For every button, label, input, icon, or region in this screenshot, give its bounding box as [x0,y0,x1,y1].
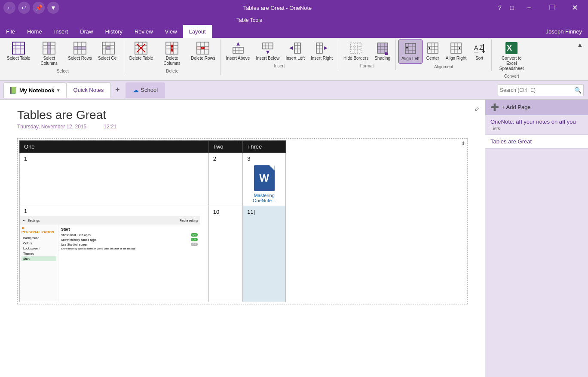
search-box[interactable]: 🔍 [498,84,584,96]
settings-label-2: Show recently added apps [61,238,97,241]
insert-above-icon [231,41,245,55]
table-drag-handle[interactable]: ⋯ [240,140,245,144]
insert-right-icon [315,41,328,55]
sidebar-colors[interactable]: Colors [21,241,56,246]
insert-left-label: Insert Left [285,56,304,61]
settings-label-3: Use Start full screen [61,243,88,246]
minimize-button[interactable]: − [520,0,539,15]
undo-button[interactable]: ↩ [18,2,30,14]
ribbon-group-delete-items: Delete Table Delete Columns Delete Rows [127,40,218,68]
insert-left-icon [288,41,302,55]
table-cell-1-1[interactable]: 1 [20,153,209,206]
menu-history[interactable]: History [99,25,129,38]
table-container: ⋯ ⇟ One Two Three 1 2 [17,138,468,304]
page-item-onenote[interactable]: OneNote: all your notes on all you Lists [485,115,588,135]
svg-marker-53 [289,46,293,50]
select-columns-button[interactable]: Select Columns [34,40,64,68]
page-item-tables[interactable]: Tables are Great [485,135,588,149]
insert-right-label: Insert Right [311,56,333,61]
align-right-icon [449,41,463,55]
settings-mock: ← Settings Find a setting ⛭ PERSONALIZAT… [20,216,200,302]
insert-right-button[interactable]: Insert Right [308,40,335,63]
svg-marker-48 [266,51,270,54]
svg-marker-58 [324,46,328,50]
back-button[interactable]: ← [3,2,15,14]
menu-review[interactable]: Review [129,25,159,38]
search-input[interactable] [500,87,574,93]
convert-excel-icon: X [505,41,518,55]
search-icon[interactable]: 🔍 [574,87,582,94]
sidebar-background[interactable]: Background [21,236,56,240]
convert-excel-button[interactable]: X Convert to Excel Spreadsheet [494,40,529,73]
sidebar-lock-screen[interactable]: Lock screen [21,246,56,251]
table-cell-1-2[interactable]: 2 [208,153,243,206]
table-header-row: One Two Three [20,141,286,153]
menu-insert[interactable]: Insert [48,25,74,38]
insert-above-button[interactable]: Insert Above [224,40,253,63]
page-item-onenote-sub: Lists [490,126,583,131]
add-section-button[interactable]: + [111,84,124,97]
table-cell-1-3[interactable]: 3 W Mastering OneNote... [243,153,286,206]
ribbon-display-button[interactable]: □ [508,3,516,12]
personalization-icon: ⛭ PERSONALIZATION [21,226,56,234]
ribbon-group-select-label: Select [57,69,69,75]
table-row: 1 ← Settings Find a setting [20,206,286,302]
svg-marker-69 [385,52,388,55]
toggle-3[interactable]: Off [191,243,198,246]
align-left-button[interactable]: Align Left [398,40,423,64]
select-table-label: Select Table [7,56,30,61]
sidebar-start[interactable]: Start [21,256,56,261]
svg-text:Z: Z [479,44,483,51]
menu-view[interactable]: View [159,25,183,38]
settings-content-title: Start [61,227,198,231]
close-button[interactable]: ✕ [565,0,585,15]
table-cell-2-2[interactable]: 10 [208,206,243,302]
delete-table-button[interactable]: Delete Table [127,40,156,63]
select-columns-label: Select Columns [36,56,62,66]
ribbon-group-select-items: Select Table Select Columns Select Rows [4,40,121,68]
settings-row-1: Show most used apps On [61,233,198,237]
menu-file[interactable]: File [0,25,21,38]
menu-home[interactable]: Home [21,25,48,38]
select-rows-icon [73,41,87,55]
sort-button[interactable]: AZ Sort [470,40,489,63]
settings-nav: ⛭ PERSONALIZATION Background Colors Lock… [20,225,200,302]
align-right-button[interactable]: Align Right [443,40,469,63]
menu-layout[interactable]: Layout [183,25,212,38]
center-button[interactable]: Center [423,40,442,63]
insert-below-button[interactable]: Insert Below [253,40,282,63]
select-rows-label: Select Rows [68,56,92,61]
svg-marker-94 [482,51,485,53]
expand-button[interactable]: ⇙ [474,105,480,113]
shading-button[interactable]: Shading [372,40,393,63]
section-tab-quick-notes[interactable]: Quick Notes [66,82,111,98]
table-resize-handle[interactable]: ⇟ [461,140,466,146]
delete-rows-button[interactable]: Delete Rows [188,40,218,63]
quick-access[interactable]: 📌 [33,2,45,14]
settings-titlebar: ← Settings Find a setting [20,216,200,225]
notebook-button[interactable]: 📗 My Notebook ▼ [3,82,66,98]
select-rows-button[interactable]: Select Rows [65,40,95,63]
table-cell-2-1[interactable]: 1 ← Settings Find a setting [20,206,209,302]
table-cell-2-3[interactable]: 11| [243,206,286,302]
section-tab-school[interactable]: ☁ School [126,82,165,98]
add-page-button[interactable]: ➕ + Add Page [485,100,588,115]
ribbon-group-insert-items: Insert Above Insert Below Insert Left [224,40,335,63]
hide-borders-button[interactable]: Hide Borders [341,40,371,63]
customize-quick-access[interactable]: ▼ [47,2,59,14]
restore-button[interactable]: ☐ [542,0,562,15]
toggle-2[interactable]: On [191,238,198,241]
insert-left-button[interactable]: Insert Left [283,40,307,63]
select-table-button[interactable]: Select Table [4,40,33,63]
ribbon-group-convert: X Convert to Excel Spreadsheet Convert [492,40,531,80]
ribbon-collapse-button[interactable]: ▲ [573,40,586,50]
help-button[interactable]: ? [496,3,504,12]
svg-text:X: X [507,44,512,52]
table-row: 1 2 3 W Mastering OneNote... [20,153,286,206]
menu-draw[interactable]: Draw [74,25,99,38]
sidebar-themes[interactable]: Themes [21,251,56,256]
toggle-1[interactable]: On [191,233,198,237]
word-doc-icon[interactable]: W Mastering OneNote... [247,165,281,203]
select-cell-button[interactable]: Select Cell [95,40,121,63]
delete-columns-button[interactable]: Delete Columns [156,40,187,68]
